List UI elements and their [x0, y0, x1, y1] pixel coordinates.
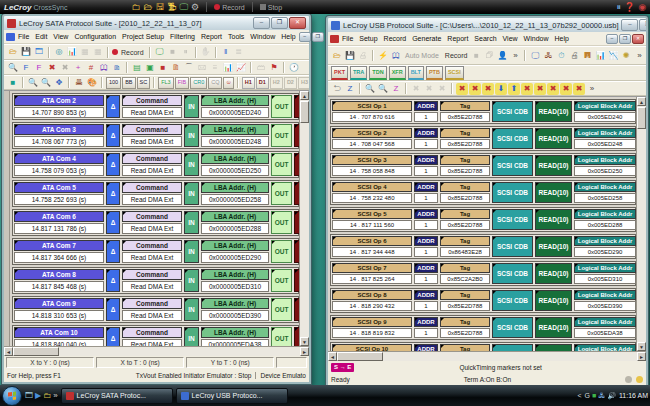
tray-collapse-icon[interactable]: < — [577, 392, 581, 399]
maximize-button[interactable]: ❐ — [312, 32, 324, 42]
tag-header[interactable]: Tag — [440, 101, 490, 111]
grid-view-icon[interactable]: ▦ — [79, 46, 91, 58]
logical-block-addr-header[interactable]: Logical Block Addr — [574, 290, 636, 300]
copy-frame-icon[interactable]: 🗇 — [483, 50, 495, 62]
taskbar-button-lecroy-sata-protoc[interactable]: LeCroy SATA Protoc... — [61, 388, 173, 404]
hide-ack-icon[interactable]: ✖ — [547, 83, 559, 95]
display-options-icon[interactable]: 🖵 — [529, 50, 541, 62]
report-icon[interactable]: 🖶 — [73, 77, 85, 89]
tag-header[interactable]: Tag — [440, 263, 490, 273]
usb-titlebar[interactable]: LeCroy USB Protocol Suite - [C:\Users\..… — [328, 18, 646, 32]
filter-c-icon[interactable]: ✖ — [436, 83, 448, 95]
logical-block-addr-value[interactable]: 0x005ED288 — [574, 220, 636, 230]
mail-icon[interactable]: 🖂 — [196, 62, 208, 74]
clear-search-icon[interactable]: ✖ — [46, 62, 58, 74]
lba-header[interactable]: LBA Addr. (H) — [201, 182, 269, 193]
scsi-op-time[interactable]: 14 . 817 344 448 — [332, 247, 412, 257]
level-tab-tra[interactable]: TRA — [350, 66, 367, 80]
direction-in-cell[interactable]: IN — [184, 124, 199, 147]
scroll-right-icon[interactable]: ► — [300, 347, 309, 356]
command-value[interactable]: Read DMA Ext — [122, 339, 182, 346]
chevron-more-icon[interactable]: » — [633, 50, 645, 62]
taskbar-button-lecroy-usb-protoco[interactable]: LeCroy USB Protoco... — [176, 388, 288, 404]
level-tab-xfr[interactable]: XFR — [389, 66, 406, 80]
flag-icon[interactable]: ⚑ — [268, 62, 280, 74]
scsi-cdb-cell[interactable]: SCSI CDB — [492, 263, 533, 284]
ata-op-time[interactable]: 14.818 840 040 (s) — [14, 339, 104, 346]
hide-sof-icon[interactable]: ✖ — [469, 83, 481, 95]
scsi-cdb-cell[interactable]: SCSI CDB — [492, 155, 533, 176]
direction-out-cell[interactable]: OUT — [271, 327, 292, 346]
scsi-row[interactable]: SCSI Op 114 . 707 870 616ADDR1Tag0x85E2D… — [330, 99, 636, 124]
toggle-[interactable]: ⏲ — [223, 77, 233, 89]
minimize-button[interactable]: – — [253, 17, 270, 29]
case-icon[interactable]: 🗃 — [255, 62, 267, 74]
ata-op-time[interactable]: 14.817 364 666 (s) — [14, 252, 104, 263]
target-config-icon[interactable]: ◎ — [53, 46, 65, 58]
histogram-icon[interactable]: 📊 — [222, 62, 234, 74]
addr-header[interactable]: ADDR — [414, 317, 438, 327]
menu-item-report[interactable]: Report — [444, 34, 471, 43]
open-file-icon[interactable]: 🗁 — [7, 46, 19, 58]
channel-h1[interactable]: H1 — [242, 77, 255, 89]
scsi-op-header[interactable]: SCSI Op 6 — [332, 236, 412, 246]
volume-icon[interactable]: 🔊 — [607, 390, 616, 402]
toggle-cq[interactable]: CQ — [208, 77, 222, 89]
channel-h2[interactable]: H2 — [270, 77, 283, 89]
palette-icon[interactable]: 🎨 — [86, 77, 98, 89]
addr-value[interactable]: 1 — [414, 274, 438, 284]
tag-value[interactable]: 0x86483E28 — [440, 247, 490, 257]
zoom-out-icon[interactable]: 🔍 — [40, 77, 52, 89]
direction-out-cell[interactable]: OUT — [271, 240, 292, 263]
zoom-range-icon[interactable]: Z — [390, 83, 402, 95]
show-desktop-icon[interactable]: 🗔 — [25, 389, 33, 403]
graph-icon[interactable]: 📈 — [235, 62, 247, 74]
tag-value[interactable]: 0x85E2D788 — [440, 328, 490, 338]
zoom-in-icon[interactable]: 🔍 — [364, 83, 376, 95]
cell-view-icon[interactable]: ▣ — [144, 62, 156, 74]
clear-all-icon[interactable]: ✖ — [59, 62, 71, 74]
timing-calc-icon[interactable]: ⏱ — [555, 50, 567, 62]
logical-block-addr-header[interactable]: Logical Block Addr — [574, 236, 636, 246]
command-header[interactable]: Command — [122, 327, 182, 338]
sata-horizontal-scrollbar[interactable]: ◄ ► — [4, 346, 309, 356]
pan-icon[interactable]: ✥ — [53, 77, 65, 89]
export-icon[interactable]: 🖪 — [581, 50, 593, 62]
lba-header[interactable]: LBA Addr. (H) — [201, 95, 269, 106]
delta-cell[interactable]: Δ — [106, 240, 120, 263]
find-next-icon[interactable]: F — [20, 62, 32, 74]
ata-op-header[interactable]: ATA Com 7 — [14, 240, 104, 251]
lba-header[interactable]: LBA Addr. (H) — [201, 124, 269, 135]
scsi-cdb-cell[interactable]: SCSI CDB — [492, 101, 533, 122]
goto-marker-icon[interactable]: # — [85, 62, 97, 74]
command-header[interactable]: Command — [122, 153, 182, 164]
delta-cell[interactable]: Δ — [106, 124, 120, 147]
minimize-button[interactable]: – — [606, 34, 618, 44]
level-tab-ptb[interactable]: PTB — [426, 66, 443, 80]
scsi-cdb-cell[interactable]: SCSI CDB — [492, 209, 533, 230]
traffic-gen-icon[interactable]: ⚡ — [377, 50, 389, 62]
tag-value[interactable]: 0x85E2D788 — [440, 301, 490, 311]
level-tab-pkt[interactable]: PKT — [331, 66, 348, 80]
lba-value[interactable]: 0x0000005ED288 — [201, 223, 269, 234]
chart-icon[interactable]: 📊 — [66, 46, 78, 58]
tag-header[interactable]: Tag — [440, 182, 490, 192]
scsi-row[interactable]: SCSI Op 1014 . 828 103 432ADDR1Tag0x85E2… — [330, 342, 636, 351]
direction-out-cell[interactable]: OUT — [271, 153, 292, 176]
ata-op-header[interactable]: ATA Com 3 — [14, 124, 104, 135]
menu-item-file[interactable]: File — [15, 32, 32, 41]
scsi-op-time[interactable]: 14 . 817 825 264 — [332, 274, 412, 284]
addr-value[interactable]: 1 — [414, 328, 438, 338]
ata-row[interactable]: ATA Com 714.817 364 666 (s)ΔCommandRead … — [12, 238, 299, 265]
grid-view2-icon[interactable]: ▦ — [92, 46, 104, 58]
auto-mode-label[interactable]: Auto Mode — [405, 52, 439, 59]
ata-row[interactable]: ATA Com 214.707 890 853 (s)ΔCommandRead … — [12, 93, 299, 120]
direction-out-cell[interactable]: OUT — [271, 182, 292, 205]
ata-op-header[interactable]: ATA Com 2 — [14, 95, 104, 106]
scsi-op-header[interactable]: SCSI Op 7 — [332, 263, 412, 273]
menu-item-view[interactable]: View — [50, 32, 71, 41]
new-window-icon[interactable]: 🗔 — [33, 46, 45, 58]
zero-time-icon[interactable]: Z — [344, 83, 356, 95]
scroll-thumb[interactable] — [337, 352, 383, 361]
command-value[interactable]: Read DMA Ext — [122, 223, 182, 234]
